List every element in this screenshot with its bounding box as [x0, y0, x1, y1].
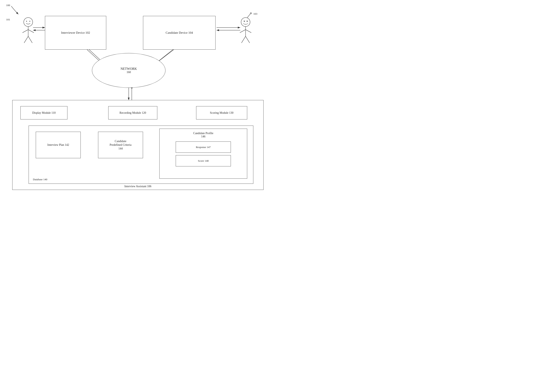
scoring-module-box: Scoring Module 130: [196, 106, 247, 119]
svg-line-8: [24, 36, 28, 43]
display-module-box: Display Module 110: [21, 106, 67, 119]
svg-point-2: [24, 18, 33, 27]
svg-line-16: [240, 30, 246, 33]
svg-line-12: [244, 21, 245, 22]
svg-line-11: [244, 21, 245, 22]
ref-103: 103: [253, 12, 258, 15]
svg-line-19: [246, 36, 250, 43]
candidate-predefined-box: Candidate Predefined Criteria 144: [98, 132, 143, 158]
svg-point-21: [250, 13, 251, 14]
network-ellipse: NETWORK 160: [92, 53, 165, 88]
svg-line-18: [242, 36, 246, 43]
svg-line-6: [22, 30, 28, 33]
svg-line-9: [28, 36, 32, 43]
svg-line-7: [28, 30, 34, 33]
svg-point-10: [241, 18, 250, 27]
score-box: Score 148: [176, 155, 231, 166]
svg-point-4: [29, 21, 30, 22]
interviewer-device-box: Interviewer Device 102: [45, 16, 106, 50]
ref-100: 100: [6, 4, 10, 7]
diagram: 100 101 103 Interviewer Device 102 Candi…: [0, 0, 275, 196]
recording-module-box: Recording Module 120: [108, 106, 157, 119]
svg-line-14: [247, 21, 248, 22]
response-box: Response 147: [176, 141, 231, 153]
svg-point-3: [26, 21, 27, 22]
svg-line-17: [246, 30, 251, 33]
svg-line-13: [247, 21, 248, 22]
ref-101: 101: [6, 18, 10, 21]
interview-plan-box: Interview Plan 142: [36, 132, 81, 158]
candidate-profile-box: Candidate Profile 146 Response 147 Score…: [159, 129, 247, 179]
candidate-device-box: Candidate Device 104: [143, 16, 215, 50]
svg-line-20: [247, 14, 250, 18]
